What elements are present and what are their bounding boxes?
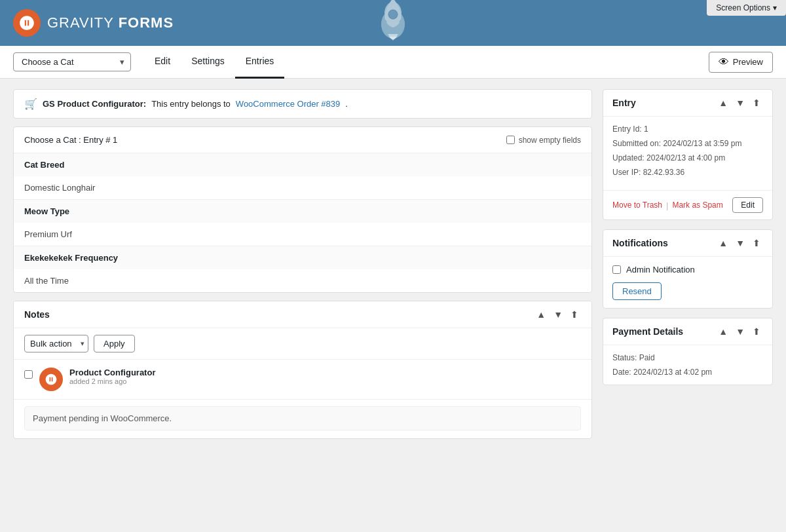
move-to-trash-link[interactable]: Move to Trash: [612, 200, 662, 210]
note-content: Product Configurator added 2 mins ago: [69, 368, 581, 385]
field-meow-type: Meow Type Premium Urf: [14, 200, 591, 246]
field-cat-breed: Cat Breed Domestic Longhair: [14, 153, 591, 200]
show-empty-label[interactable]: show empty fields: [506, 136, 581, 145]
info-banner: 🛒 GS Product Configurator: This entry be…: [13, 89, 592, 119]
entry-sidebar-up[interactable]: ▲: [716, 96, 730, 109]
payment-date: Date: 2024/02/13 at 4:02 pm: [612, 368, 763, 377]
svg-rect-3: [382, 20, 387, 29]
entry-actions: Move to Trash | Mark as Spam Edit: [603, 190, 772, 219]
entry-detail-id: Entry Id: 1: [612, 124, 763, 134]
note-author: Product Configurator: [69, 368, 581, 377]
entry-sidebar-down[interactable]: ▼: [733, 96, 747, 109]
info-text-after: .: [345, 99, 348, 109]
entry-detail-ip: User IP: 82.42.93.36: [612, 168, 763, 177]
notifications-expand[interactable]: ⬆: [750, 237, 763, 250]
preview-button[interactable]: 👁 Preview: [709, 52, 773, 73]
notes-expand[interactable]: ⬆: [568, 308, 581, 321]
field-meow-type-label: Meow Type: [14, 200, 591, 223]
logo-text: GRAVITY FORMS: [47, 14, 174, 31]
notes-section: Notes ▲ ▼ ⬆ Bulk action Delete ▾ Apply: [13, 301, 592, 439]
preview-label: Preview: [733, 57, 763, 67]
note-time: added 2 mins ago: [69, 377, 581, 385]
entry-panel-header: Choose a Cat : Entry # 1 show empty fiel…: [14, 127, 591, 153]
notifications-up[interactable]: ▲: [716, 237, 730, 250]
payment-note: Payment pending in WooCommerce.: [24, 406, 581, 430]
screen-options-arrow: ▾: [773, 3, 777, 12]
screen-options: Screen Options ▾: [707, 0, 786, 16]
entry-panel-title: Choose a Cat : Entry # 1: [24, 135, 117, 145]
woo-order-link[interactable]: WooCommerce Order #839: [236, 99, 340, 109]
note-avatar-icon: [45, 373, 58, 386]
notes-title: Notes: [24, 309, 50, 320]
nav-links: Edit Settings Entries: [144, 46, 284, 79]
mark-as-spam-link[interactable]: Mark as Spam: [672, 200, 722, 210]
right-column: Entry ▲ ▼ ⬆ Entry Id: 1 Submitted on: 20…: [603, 89, 773, 385]
notifications-title: Notifications: [612, 238, 668, 248]
entry-sidebar-panel: Entry ▲ ▼ ⬆ Entry Id: 1 Submitted on: 20…: [603, 89, 773, 220]
info-text-desc: This entry belongs to: [151, 99, 231, 109]
notes-controls: ▲ ▼ ⬆: [534, 308, 581, 321]
entry-sidebar-controls: ▲ ▼ ⬆: [716, 96, 763, 109]
field-ekek-freq-label: Ekekekekek Frequency: [14, 246, 591, 269]
field-ekek-freq-value: All the Time: [14, 269, 591, 292]
mark-as-spam-text: Mark as Spam: [672, 200, 722, 210]
payment-details-header: Payment Details ▲ ▼ ⬆: [603, 318, 772, 345]
notes-chevron-down[interactable]: ▼: [551, 308, 565, 321]
entry-detail-submitted: Submitted on: 2024/02/13 at 3:59 pm: [612, 139, 763, 148]
note-item: Product Configurator added 2 mins ago: [14, 360, 591, 400]
payment-details-down[interactable]: ▼: [733, 325, 747, 338]
notifications-controls: ▲ ▼ ⬆: [716, 237, 763, 250]
field-ekek-freq: Ekekekekek Frequency All the Time: [14, 246, 591, 292]
edit-label: Edit: [741, 200, 755, 210]
notifications-down[interactable]: ▼: [733, 237, 747, 250]
show-empty-text: show empty fields: [519, 136, 581, 145]
bulk-action-wrap: Bulk action Delete ▾: [24, 335, 88, 352]
logo-area: GRAVITY FORMS: [13, 9, 174, 37]
field-cat-breed-value: Domestic Longhair: [14, 176, 591, 199]
payment-details-expand[interactable]: ⬆: [750, 325, 763, 338]
notifications-header: Notifications ▲ ▼ ⬆: [603, 230, 772, 257]
payment-details-up[interactable]: ▲: [716, 325, 730, 338]
woo-order-link-text: WooCommerce Order #839: [236, 99, 340, 109]
entry-sidebar-body: Entry Id: 1 Submitted on: 2024/02/13 at …: [603, 117, 772, 190]
payment-details-controls: ▲ ▼ ⬆: [716, 325, 763, 338]
bulk-action-select[interactable]: Bulk action Delete: [24, 335, 88, 352]
field-cat-breed-label: Cat Breed: [14, 153, 591, 176]
entry-sidebar-expand[interactable]: ⬆: [750, 96, 763, 109]
logo-gravity: GRAVITY: [47, 14, 114, 31]
entry-sidebar-title: Entry: [612, 98, 636, 108]
gravity-forms-logo-svg: [18, 14, 35, 31]
show-empty-checkbox[interactable]: [506, 136, 515, 144]
screen-options-button[interactable]: Screen Options ▾: [707, 0, 786, 16]
nav-edit[interactable]: Edit: [144, 46, 181, 79]
rocket-icon: [375, 0, 411, 44]
form-selector-wrap: Choose a Cat ▾: [13, 52, 131, 71]
logo-forms: FORMS: [119, 14, 174, 31]
payment-note-text: Payment pending in WooCommerce.: [33, 413, 172, 423]
payment-details-panel: Payment Details ▲ ▼ ⬆ Status: Paid Date:…: [603, 318, 773, 385]
form-selector[interactable]: Choose a Cat: [13, 52, 131, 71]
nav-entries-label: Entries: [246, 56, 274, 66]
nav-settings[interactable]: Settings: [181, 46, 235, 79]
info-text-bold: GS Product Configurator:: [43, 99, 146, 109]
left-column: 🛒 GS Product Configurator: This entry be…: [13, 89, 592, 439]
nav-bar: Choose a Cat ▾ Edit Settings Entries 👁 P…: [0, 46, 786, 79]
admin-notification-label: Admin Notification: [626, 265, 695, 275]
note-avatar: [39, 368, 63, 391]
main-content: 🛒 GS Product Configurator: This entry be…: [0, 79, 786, 449]
notifications-panel: Notifications ▲ ▼ ⬆ Admin Notification R…: [603, 229, 773, 309]
notes-chevron-up[interactable]: ▲: [534, 308, 548, 321]
entry-sidebar-header: Entry ▲ ▼ ⬆: [603, 90, 772, 117]
nav-entries[interactable]: Entries: [235, 46, 285, 79]
entry-panel: Choose a Cat : Entry # 1 show empty fiel…: [13, 126, 592, 293]
admin-notification-checkbox[interactable]: [612, 265, 621, 274]
resend-button[interactable]: Resend: [612, 282, 662, 300]
notification-item: Admin Notification: [612, 265, 763, 275]
logo-icon: [13, 9, 41, 37]
cart-icon: 🛒: [24, 98, 37, 110]
move-to-trash-text: Move to Trash: [612, 200, 662, 210]
resend-label: Resend: [622, 286, 652, 296]
edit-button[interactable]: Edit: [732, 197, 763, 213]
apply-button[interactable]: Apply: [94, 335, 135, 352]
note-item-checkbox[interactable]: [24, 370, 33, 379]
